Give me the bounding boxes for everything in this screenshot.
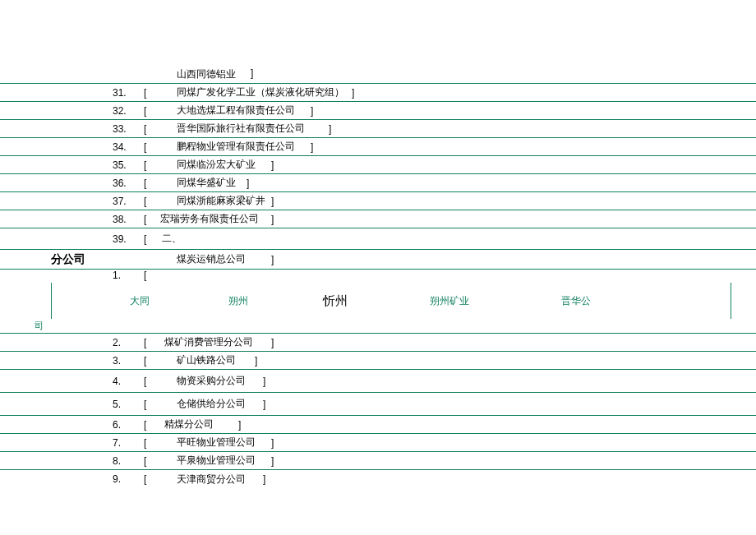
item-text: 平旺物业管理公司: [177, 436, 256, 450]
item-number: 33.: [113, 123, 127, 135]
bracket-right: ]: [271, 455, 274, 467]
item-number: 7.: [113, 437, 121, 449]
bracket-left: [: [144, 399, 146, 410]
item-text: 宏瑞劳务有限责任公司: [160, 212, 259, 226]
item-row: 32. [ 大地选煤工程有限责任公司 ]: [0, 102, 756, 120]
bracket-left: [: [144, 473, 146, 485]
item-row: 8. [ 平泉物业管理公司 ]: [0, 452, 756, 470]
section-row: 分公司 煤炭运销总公司 ]: [0, 250, 756, 270]
bracket-right: ]: [263, 473, 265, 485]
item-number: 4.: [113, 376, 121, 387]
item-row: 4. [ 物资采购分公司 ]: [0, 370, 756, 393]
item-row: 33. [ 晋华国际旅行社有限责任公司 ]: [0, 120, 756, 138]
tail-label: 司: [35, 320, 44, 332]
item-text: 天津商贸分公司: [177, 473, 246, 487]
section-title: 分公司: [51, 252, 85, 267]
item-number: 9.: [113, 473, 121, 485]
section-number: 二、: [162, 232, 182, 246]
bracket-left: [: [144, 337, 146, 348]
item-row: 1. [: [0, 270, 756, 283]
item-row: 9. [ 天津商贸分公司 ]: [0, 470, 756, 488]
bracket-right: ]: [251, 67, 253, 79]
item-number: 6.: [113, 419, 121, 431]
bracket-right: ]: [271, 196, 274, 207]
item-text: 同煤临汾宏大矿业: [177, 158, 256, 172]
bracket-right: ]: [311, 105, 313, 117]
item-number: 32.: [113, 105, 127, 117]
item-row: 35. [ 同煤临汾宏大矿业 ]: [0, 156, 756, 174]
item-row: 38. [ 宏瑞劳务有限责任公司 ]: [0, 210, 756, 228]
item-text: 鹏程物业管理有限责任公司: [177, 140, 295, 154]
item-text: 同煤广发化学工业（煤炭液化研究组）: [177, 85, 344, 99]
item-row: 37. [ 同煤浙能麻家梁矿井 ]: [0, 192, 756, 210]
item-text: 山西同德铝业: [177, 67, 236, 81]
item-text: 矿山铁路公司: [177, 353, 236, 367]
item-row: 3. [ 矿山铁路公司 ]: [0, 352, 756, 370]
item-row: 36. [ 同煤华盛矿业 ]: [0, 174, 756, 192]
item-number: 31.: [113, 87, 127, 99]
sub-link[interactable]: 朔州: [228, 294, 248, 308]
bracket-left: [: [144, 105, 146, 117]
document-content: 山西同德铝业 ] 31. [ 同煤广发化学工业（煤炭液化研究组） ] 32. […: [0, 0, 756, 488]
bracket-right: ]: [238, 419, 241, 431]
bracket-right: ]: [311, 141, 313, 153]
item-number: 37.: [113, 196, 127, 207]
item-text: 仓储供给分公司: [177, 397, 246, 411]
item-number: 35.: [113, 159, 127, 171]
item-text: 物资采购分公司: [177, 374, 246, 388]
item-row: 山西同德铝业 ]: [0, 67, 756, 84]
bracket-right: ]: [271, 254, 274, 265]
item-text: 煤炭运销总公司: [177, 252, 246, 266]
tail-row: 司: [0, 319, 756, 334]
bracket-right: ]: [352, 87, 354, 99]
bracket-left: [: [144, 376, 146, 387]
bracket-left: [: [144, 233, 146, 245]
item-number: 38.: [113, 214, 127, 225]
bracket-left: [: [144, 141, 146, 153]
item-text: 同煤华盛矿业: [177, 176, 236, 190]
item-row: 7. [ 平旺物业管理公司 ]: [0, 434, 756, 452]
bracket-left: [: [144, 437, 146, 449]
bracket-right: ]: [263, 399, 265, 410]
sub-link[interactable]: 朔州矿业: [430, 294, 469, 308]
bracket-right: ]: [271, 337, 274, 348]
sub-link[interactable]: 忻州: [323, 293, 348, 309]
bracket-right: ]: [271, 437, 274, 449]
item-text: 大地选煤工程有限责任公司: [177, 104, 295, 118]
bracket-right: ]: [263, 376, 265, 387]
bracket-right: ]: [271, 159, 274, 171]
item-number: 36.: [113, 178, 127, 189]
item-number: 39.: [113, 233, 127, 245]
item-number: 34.: [113, 141, 127, 153]
bracket-left: [: [144, 455, 146, 467]
item-text: 煤矿消费管理分公司: [164, 335, 253, 349]
sub-link[interactable]: 大同: [130, 294, 150, 308]
item-number: 1.: [113, 270, 121, 281]
bracket-left: [: [144, 123, 146, 135]
bracket-left: [: [144, 159, 146, 171]
item-text: 晋华国际旅行社有限责任公司: [177, 122, 305, 136]
bracket-left: [: [144, 419, 146, 431]
sub-link[interactable]: 晋华公: [561, 294, 591, 308]
item-row: 39. [ 二、: [0, 228, 756, 250]
item-text: 平泉物业管理公司: [177, 454, 256, 468]
item-number: 8.: [113, 455, 121, 467]
sub-links-box: 大同 朔州 忻州 朔州矿业 晋华公: [51, 283, 731, 319]
item-row: 31. [ 同煤广发化学工业（煤炭液化研究组） ]: [0, 84, 756, 102]
bracket-left: [: [144, 178, 146, 189]
item-row: 2. [ 煤矿消费管理分公司 ]: [0, 334, 756, 352]
bracket-left: [: [144, 355, 146, 367]
item-number: 5.: [113, 399, 121, 410]
item-text: 精煤分公司: [164, 417, 214, 431]
item-text: 同煤浙能麻家梁矿井: [177, 194, 265, 208]
item-number: 2.: [113, 337, 121, 348]
item-number: 3.: [113, 355, 121, 367]
bracket-left: [: [144, 270, 146, 281]
bracket-right: ]: [255, 355, 257, 367]
item-row: 34. [ 鹏程物业管理有限责任公司 ]: [0, 138, 756, 156]
bracket-right: ]: [247, 178, 249, 189]
bracket-right: ]: [271, 214, 274, 225]
bracket-left: [: [144, 196, 146, 207]
bracket-left: [: [144, 214, 146, 225]
bracket-right: ]: [329, 123, 331, 135]
